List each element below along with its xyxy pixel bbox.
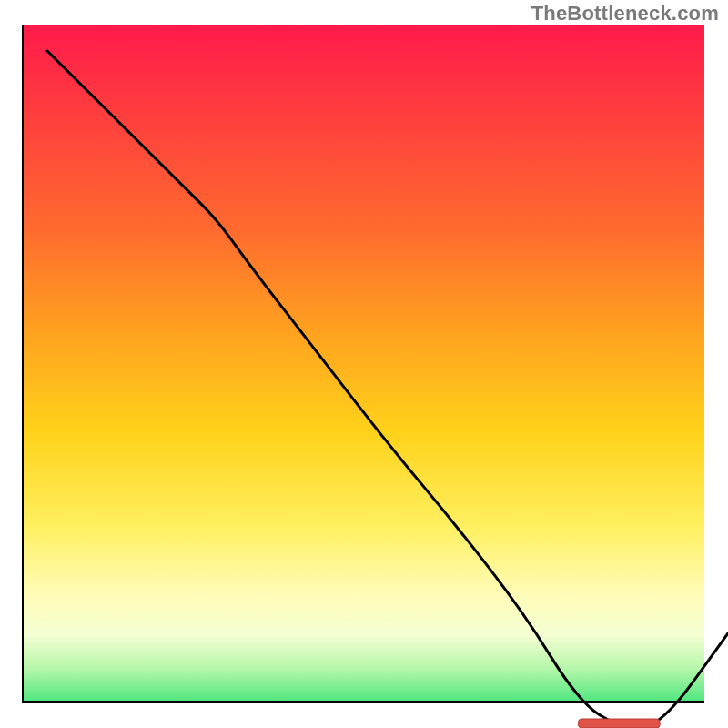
y-axis	[22, 25, 24, 703]
optimal-zone-marker	[578, 719, 660, 728]
attribution-text: TheBottleneck.com	[531, 2, 719, 25]
chart-overlay	[47, 51, 728, 728]
chart-frame: TheBottleneck.com	[0, 0, 728, 728]
bottleneck-curve	[47, 51, 728, 728]
x-axis	[24, 701, 704, 703]
plot-area	[24, 25, 704, 703]
